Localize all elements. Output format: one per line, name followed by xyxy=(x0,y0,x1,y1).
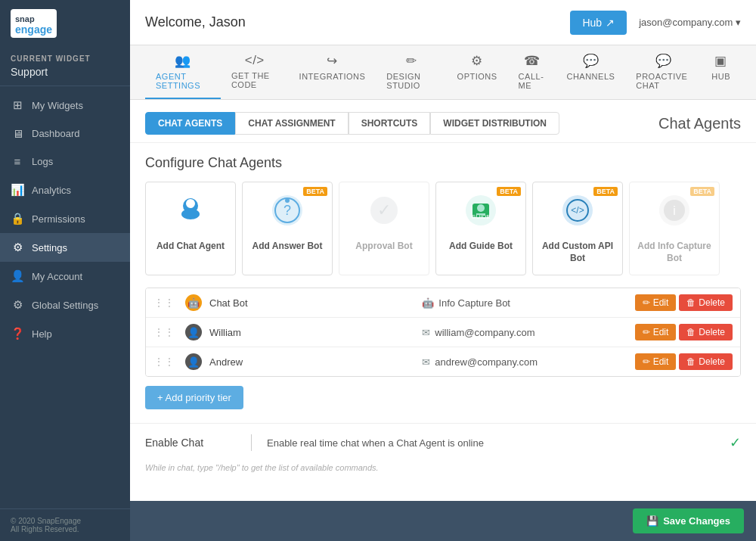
tab-call-me[interactable]: ☎ CALL-ME xyxy=(508,45,556,99)
tab-integrations[interactable]: ↪ INTEGRATIONS xyxy=(289,45,376,99)
sidebar-item-label: My Account xyxy=(32,271,82,282)
page-title: Chat Agents xyxy=(658,115,741,132)
agent-actions: ✏ Edit 🗑 Delete xyxy=(635,324,733,340)
save-changes-button[interactable]: 💾 Save Changes xyxy=(633,508,744,533)
tab-agent-settings[interactable]: 👥 AGENT SETTINGS xyxy=(145,45,221,99)
main-area: Welcome, Jason Hub ↗ jason@company.com ▾… xyxy=(130,0,756,541)
agent-email: william@company.com xyxy=(435,327,534,338)
sidebar-item-settings[interactable]: ⚙ Settings xyxy=(0,233,130,262)
drag-handle-icon[interactable]: ⋮⋮ xyxy=(153,297,175,309)
card-label: Approval Bot xyxy=(355,241,412,253)
enable-chat-description: Enable real time chat when a Chat Agent … xyxy=(267,437,730,449)
agent-email-col: 🤖 Info Capture Bot xyxy=(422,297,627,309)
tab-design-studio[interactable]: ✏ DESIGN STUDIO xyxy=(376,45,446,99)
card-add-chat-agent[interactable]: Add Chat Agent xyxy=(145,182,236,275)
grid-icon: ⊞ xyxy=(11,98,24,112)
sidebar-item-global-settings[interactable]: ⚙ Global Settings xyxy=(0,291,130,319)
svg-text:i: i xyxy=(673,204,676,217)
sidebar-item-my-account[interactable]: 👤 My Account xyxy=(0,262,130,291)
drag-handle-icon[interactable]: ⋮⋮ xyxy=(153,326,175,338)
account-icon: 👤 xyxy=(11,269,24,283)
tab-label: PROACTIVE CHAT xyxy=(636,72,690,90)
edit-button[interactable]: ✏ Edit xyxy=(635,324,677,340)
agent-email: andrew@company.com xyxy=(435,356,538,368)
sidebar-item-analytics[interactable]: 📊 Analytics xyxy=(0,176,130,204)
priority-table: ⋮⋮ 🤖 Chat Bot 🤖 Info Capture Bot ✏ Edit … xyxy=(145,288,741,377)
svg-text:</>: </> xyxy=(571,205,584,216)
tab-hub[interactable]: ▣ HUB xyxy=(701,45,741,99)
agent-bot-icon: 🤖 xyxy=(185,294,202,311)
card-add-custom-api-bot[interactable]: BETA </> Add Custom API Bot xyxy=(532,182,623,275)
sidebar-item-label: Analytics xyxy=(32,185,71,196)
sidebar-item-permissions[interactable]: 🔒 Permissions xyxy=(0,204,130,233)
agent-email-col: ✉ andrew@company.com xyxy=(422,356,627,368)
sidebar-item-help[interactable]: ❓ Help xyxy=(0,319,130,348)
help-icon: ❓ xyxy=(11,327,24,340)
sidebar-item-label: Settings xyxy=(32,242,67,253)
email-icon: ✉ xyxy=(422,356,430,368)
monitor-icon: 🖥 xyxy=(11,127,24,140)
lock-icon: 🔒 xyxy=(11,212,24,225)
phone-icon: ☎ xyxy=(524,53,541,69)
sidebar-item-label: Global Settings xyxy=(32,300,98,311)
beta-badge: BETA xyxy=(497,187,521,196)
welcome-message: Welcome, Jason xyxy=(145,14,246,30)
helper-text: While in chat, type "/help" to get the l… xyxy=(130,462,756,484)
sub-tabs-left: CHAT AGENTS CHAT ASSIGNMENT SHORTCUTS WI… xyxy=(145,112,559,135)
sidebar-item-my-widgets[interactable]: ⊞ My Widgets xyxy=(0,91,130,120)
add-priority-tier-button[interactable]: + Add priority tier xyxy=(145,386,243,409)
table-row: ⋮⋮ 👤 Andrew ✉ andrew@company.com ✏ Edit … xyxy=(146,347,740,376)
divider xyxy=(251,434,252,451)
tab-get-the-code[interactable]: </> GET THE CODE xyxy=(221,45,289,99)
sidebar-item-dashboard[interactable]: 🖥 Dashboard xyxy=(0,120,130,148)
table-row: ⋮⋮ 🤖 Chat Bot 🤖 Info Capture Bot ✏ Edit … xyxy=(146,288,740,318)
sub-tab-shortcuts[interactable]: SHORTCUTS xyxy=(349,112,431,135)
sub-tab-chat-agents[interactable]: CHAT AGENTS xyxy=(145,112,235,135)
card-add-guide-bot[interactable]: BETA GUIDE Add Guide Bot xyxy=(435,182,526,275)
trash-icon: 🗑 xyxy=(686,297,696,308)
drag-handle-icon[interactable]: ⋮⋮ xyxy=(153,356,175,368)
approval-bot-icon: ✓ xyxy=(367,193,401,235)
edit-button[interactable]: ✏ Edit xyxy=(635,294,677,311)
delete-button[interactable]: 🗑 Delete xyxy=(679,353,733,370)
agent-actions: ✏ Edit 🗑 Delete xyxy=(635,294,733,311)
sub-tab-widget-distribution[interactable]: WIDGET DISTRIBUTION xyxy=(430,112,559,135)
hub-button[interactable]: Hub ↗ xyxy=(570,11,627,35)
svg-point-6 xyxy=(285,198,290,203)
sidebar-item-label: Dashboard xyxy=(32,128,80,139)
sidebar-item-label: Permissions xyxy=(32,213,85,225)
logo: snap engage xyxy=(0,0,130,47)
sidebar-nav: ⊞ My Widgets 🖥 Dashboard ≡ Logs 📊 Analyt… xyxy=(0,86,130,508)
sub-tab-chat-assignment[interactable]: CHAT ASSIGNMENT xyxy=(235,112,348,135)
delete-label: Delete xyxy=(699,297,725,308)
code-icon: </> xyxy=(245,53,265,68)
checkmark-icon: ✓ xyxy=(730,434,741,451)
sidebar-item-label: My Widgets xyxy=(32,100,83,111)
config-title: Configure Chat Agents xyxy=(145,155,741,171)
edit-button[interactable]: ✏ Edit xyxy=(635,353,677,370)
tab-label: CALL-ME xyxy=(519,72,546,90)
tab-label: OPTIONS xyxy=(457,72,497,81)
email-icon: ✉ xyxy=(422,327,430,338)
tab-options[interactable]: ⚙ OPTIONS xyxy=(447,45,508,99)
card-label: Add Answer Bot xyxy=(253,241,323,253)
card-add-answer-bot[interactable]: BETA ? Add Answer Bot xyxy=(242,182,333,275)
tab-channels[interactable]: 💬 CHANNELS xyxy=(556,45,625,99)
gear-icon: ⚙ xyxy=(11,241,24,254)
sidebar-item-logs[interactable]: ≡ Logs xyxy=(0,148,130,176)
agent-email-col: ✉ william@company.com xyxy=(422,327,627,338)
delete-button[interactable]: 🗑 Delete xyxy=(679,294,733,311)
guide-bot-icon: GUIDE xyxy=(463,193,498,235)
tab-proactive-chat[interactable]: 💬 PROACTIVE CHAT xyxy=(625,45,701,99)
delete-button[interactable]: 🗑 Delete xyxy=(679,324,733,340)
tab-label: GET THE CODE xyxy=(231,71,278,89)
widget-name: Support xyxy=(0,64,130,86)
trash-icon: 🗑 xyxy=(686,356,696,367)
card-label: Add Custom API Bot xyxy=(541,241,615,264)
user-email[interactable]: jason@company.com ▾ xyxy=(639,17,741,28)
svg-point-2 xyxy=(181,209,200,219)
edit-label: Edit xyxy=(653,327,669,337)
agent-name: Andrew xyxy=(209,356,414,368)
card-label: Add Info Capture Bot xyxy=(637,241,711,264)
tab-label: DESIGN STUDIO xyxy=(386,72,435,90)
